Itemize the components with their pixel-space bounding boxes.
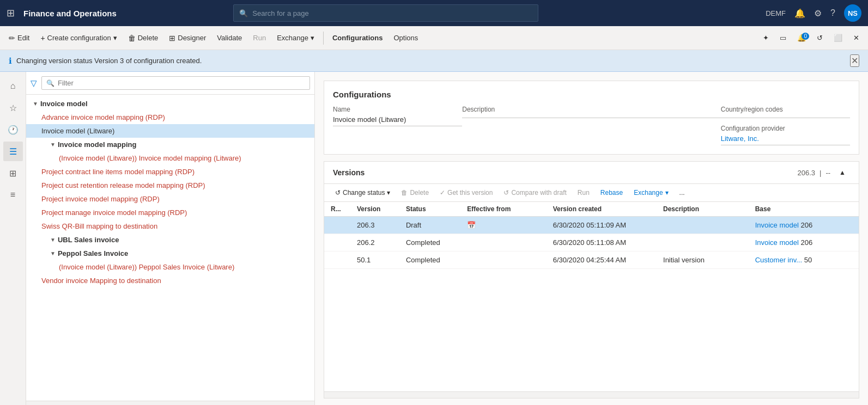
tree-node-label: Invoice model mapping [58, 140, 136, 149]
versions-title: Versions [333, 168, 365, 177]
plus-icon: + [40, 34, 45, 42]
versions-nav-up[interactable]: ▲ [835, 167, 850, 178]
cell-extra [828, 217, 859, 234]
info-icon: ℹ [9, 56, 12, 66]
tree-node-label: (Invoice model (Litware)) Peppol Sales I… [59, 263, 234, 271]
search-input[interactable] [252, 9, 532, 17]
versions-exchange-button[interactable]: Exchange ▾ [629, 187, 672, 198]
base-link[interactable]: Customer inv... [755, 256, 802, 264]
table-header-row: R... Version Status Effective from Versi… [324, 202, 859, 217]
tree-node[interactable]: Project invoice model mapping (RDP) [26, 192, 314, 206]
tree-node[interactable]: Project manage invoice model mapping (RD… [26, 206, 314, 219]
delete-button[interactable]: 🗑 Delete [124, 32, 163, 45]
tree-arrow-icon: ▼ [50, 142, 56, 148]
maximize-button[interactable]: ⬜ [829, 32, 847, 44]
tree-node[interactable]: (Invoice model (Litware)) Invoice model … [26, 151, 314, 165]
filter-text-input[interactable] [58, 79, 305, 87]
toolbar-right: ✦ ▭ 0 🔔 ↺ ⬜ ✕ [758, 32, 864, 44]
tree-node[interactable]: Swiss QR-Bill mapping to destination [26, 219, 314, 233]
config-fields: Name Invoice model (Litware) Description… [333, 106, 850, 145]
cell-base: Invoice model 206 [749, 234, 828, 251]
versions-separator: | [820, 169, 821, 177]
table-row[interactable]: 206.3Draft 📅6/30/2020 05:11:09 AMInvoice… [324, 217, 859, 234]
config-panel-title: Configurations [333, 90, 850, 99]
versions-dash: -- [825, 169, 830, 177]
settings-icon[interactable]: ⚙ [814, 8, 822, 19]
exchange-button[interactable]: Exchange ▾ [272, 32, 319, 44]
close-button[interactable]: ✕ [849, 32, 864, 44]
description-label: Description [462, 106, 721, 113]
star-icon-button[interactable]: ☆ [3, 98, 23, 118]
designer-button[interactable]: ⊞ Designer [165, 32, 210, 45]
workspace-icon-button[interactable]: ⊞ [3, 163, 23, 183]
run-button[interactable]: Run [248, 32, 270, 44]
base-link[interactable]: Invoice model [755, 221, 799, 229]
refresh-button[interactable]: ↺ [812, 32, 827, 44]
tree-node-label: Invoice model (Litware) [41, 127, 114, 135]
compare-icon: ↺ [503, 189, 509, 197]
rebase-button[interactable]: Rebase [596, 187, 627, 198]
tree-node[interactable]: ▼Invoice model [26, 97, 314, 111]
cell-version-created: 6/30/2020 05:11:08 AM [547, 234, 657, 251]
left-panel-scrollbar[interactable] [26, 401, 314, 405]
col-effective-from: Effective from [460, 202, 546, 217]
pin-button[interactable]: ✦ [758, 32, 773, 44]
table-row[interactable]: 206.2Completed6/30/2020 05:11:08 AMInvoi… [324, 234, 859, 251]
delete-icon: 🗑 [128, 34, 136, 42]
tree-node[interactable]: Project contract line items model mappin… [26, 165, 314, 179]
recent-icon-button[interactable]: 🕐 [3, 120, 23, 139]
sidebar-toggle-button[interactable]: ▭ [775, 32, 791, 44]
tree-node[interactable]: Invoice model (Litware) [26, 124, 314, 138]
options-button[interactable]: Options [389, 32, 422, 44]
edit-button[interactable]: ✏ Edit [4, 32, 34, 45]
filter-input-wrapper: 🔍 [41, 76, 310, 90]
tree-node-label: Project contract line items model mappin… [41, 168, 195, 176]
tree-node[interactable]: ▼Invoice model mapping [26, 138, 314, 151]
versions-more-button[interactable]: ... [675, 187, 689, 198]
validate-button[interactable]: Validate [213, 32, 246, 44]
compare-with-draft-button[interactable]: ↺ Compare with draft [499, 187, 570, 198]
versions-delete-button[interactable]: 🗑 Delete [397, 187, 433, 198]
notification-badge-button[interactable]: 0 🔔 [793, 32, 810, 44]
provider-value[interactable]: Litware, Inc. [721, 134, 850, 145]
cell-base: Invoice model 206 [749, 217, 828, 234]
notification-icon[interactable]: 🔔 [794, 8, 805, 19]
tree-node[interactable]: ▼UBL Sales invoice [26, 233, 314, 247]
home-icon-button[interactable]: ⌂ [3, 76, 23, 96]
tree-node[interactable]: Advance invoice model mapping (RDP) [26, 111, 314, 124]
base-link[interactable]: Invoice model [755, 238, 799, 247]
list-icon-button[interactable]: ☰ [3, 142, 23, 161]
col-version-created: Version created [547, 202, 657, 217]
right-panel: Configurations Name Invoice model (Litwa… [315, 72, 868, 405]
cell-extra [828, 251, 859, 269]
app-grid-icon[interactable]: ⊞ [7, 7, 15, 19]
tree-node-label: Project invoice model mapping (RDP) [41, 195, 160, 203]
get-this-version-button[interactable]: ✓ Get this version [435, 187, 497, 198]
tree-node[interactable]: ▼Peppol Sales Invoice [26, 247, 314, 260]
tree-node-label: (Invoice model (Litware)) Invoice model … [59, 154, 241, 162]
cell-extra [828, 234, 859, 251]
versions-run-button[interactable]: Run [573, 187, 594, 198]
main-layout: ⌂ ☆ 🕐 ☰ ⊞ ≡ ▽ 🔍 ▼Invoice modelAdvance in… [0, 72, 868, 405]
toolbar: ✏ Edit + Create configuration ▾ 🗑 Delete… [0, 26, 868, 50]
versions-scrollbar[interactable] [324, 391, 859, 398]
report-icon-button[interactable]: ≡ [3, 185, 23, 205]
tree-node-label: Invoice model [40, 100, 88, 108]
infobar-close-button[interactable]: ✕ [850, 54, 859, 67]
change-status-button[interactable]: ↺ Change status ▾ [331, 187, 394, 198]
tree-node[interactable]: Project cust retention release model map… [26, 179, 314, 192]
description-value [462, 115, 721, 118]
avatar[interactable]: NS [844, 4, 861, 22]
versions-header: Versions 206.3 | -- ▲ [324, 162, 859, 184]
configurations-button[interactable]: Configurations [328, 32, 387, 44]
tree-node[interactable]: Vendor invoice Mapping to destination [26, 274, 314, 287]
col-status: Status [399, 202, 460, 217]
filter-icon[interactable]: ▽ [31, 78, 37, 88]
create-config-button[interactable]: + Create configuration ▾ [36, 32, 121, 45]
designer-icon: ⊞ [169, 34, 175, 42]
help-icon[interactable]: ? [830, 8, 835, 18]
info-message: Changing version status Version 3 of con… [16, 57, 202, 65]
tree-node-label: Peppol Sales Invoice [58, 249, 128, 257]
tree-node[interactable]: (Invoice model (Litware)) Peppol Sales I… [26, 260, 314, 274]
table-row[interactable]: 50.1Completed6/30/2020 04:25:44 AMInitia… [324, 251, 859, 269]
